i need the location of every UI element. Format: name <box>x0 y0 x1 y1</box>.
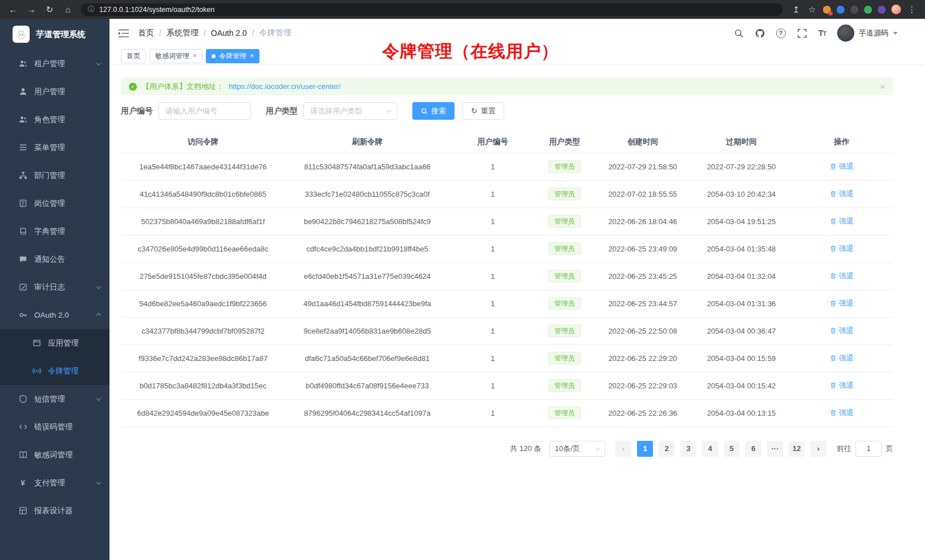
next-page-button[interactable]: › <box>810 441 826 457</box>
fullscreen-icon[interactable] <box>797 29 807 38</box>
site-info-icon[interactable]: ⓘ <box>88 5 95 14</box>
force-logout-button[interactable]: 强退 <box>830 244 854 254</box>
reset-button[interactable]: ↻ 重置 <box>462 102 504 120</box>
app-logo[interactable]: 芋道管理系统 <box>0 19 109 50</box>
extension-icon[interactable] <box>850 6 858 14</box>
breadcrumb-item[interactable]: 首页 <box>138 28 154 38</box>
sidebar-item-pay[interactable]: ¥ 支付管理 <box>0 469 109 497</box>
user-id-cell: 1 <box>449 344 536 372</box>
sidebar-fold-icon[interactable] <box>119 29 129 38</box>
extension-icon[interactable] <box>864 6 872 14</box>
sidebar-item-report-designer[interactable]: 报表设计器 <box>0 497 109 525</box>
user-type-select[interactable]: 请选择用户类型 <box>303 102 397 120</box>
page-button[interactable]: 12 <box>789 441 805 457</box>
action-cell: 强退 <box>790 262 893 290</box>
refresh-token-cell: 9ce8ef2aa9f14056b831ae9b608e28d5 <box>285 317 449 344</box>
sidebar-item-label: 令牌管理 <box>48 366 100 376</box>
close-icon[interactable]: × <box>193 52 197 59</box>
force-logout-button[interactable]: 强退 <box>830 161 854 172</box>
address-bar[interactable]: ⓘ 127.0.0.1:1024/system/oauth2/token <box>81 3 783 16</box>
force-logout-button[interactable]: 强退 <box>830 408 854 418</box>
close-icon[interactable]: × <box>250 52 254 59</box>
home-icon[interactable]: ⌂ <box>63 5 73 14</box>
sidebar-item-notice[interactable]: 通知公告 <box>0 245 109 273</box>
page-button[interactable]: 6 <box>745 441 761 457</box>
users-icon <box>18 59 27 68</box>
sidebar-item-oauth-app[interactable]: 应用管理 <box>0 329 109 357</box>
sidebar-item-menu[interactable]: 菜单管理 <box>0 133 109 161</box>
browser-menu-icon[interactable]: ⋮ <box>907 5 917 15</box>
table-row: c347026e805e4d99b0d116eae66eda8c cdfc4ce… <box>121 235 893 262</box>
breadcrumb-item[interactable]: OAuth 2.0 <box>211 29 247 38</box>
force-logout-button[interactable]: 强退 <box>830 326 854 336</box>
sidebar: 芋道管理系统 租户管理 用户管理 角色管理 菜单管理 部门管理 <box>0 19 109 560</box>
force-logout-label: 强退 <box>839 326 854 336</box>
search-button[interactable]: 搜索 <box>412 102 455 120</box>
action-cell: 强退 <box>790 372 893 399</box>
browser-profile-avatar[interactable] <box>891 5 901 14</box>
close-icon[interactable]: × <box>880 82 885 91</box>
user-menu[interactable]: 芋道源码 <box>837 25 898 42</box>
expire-time-cell: 2054-03-04 00:15:42 <box>692 372 790 399</box>
sidebar-item-dept[interactable]: 部门管理 <box>0 161 109 189</box>
error-code-icon <box>18 423 27 432</box>
sidebar-item-post[interactable]: 岗位管理 <box>0 189 109 217</box>
sidebar-item-oauth[interactable]: OAuth 2.0 <box>0 301 109 329</box>
page-size-select[interactable]: 10条/页 <box>549 441 605 457</box>
page-button[interactable]: 2 <box>659 441 675 457</box>
user-type-cell: 管理员 <box>536 180 593 208</box>
extension-icon[interactable] <box>823 6 831 14</box>
sidebar-item-sensitive-word[interactable]: 敏感词管理 <box>0 441 109 469</box>
table-row: 502375b8040a469a9b82188afdf6af1f be90422… <box>121 208 893 235</box>
sidebar-item-error-code[interactable]: 错误码管理 <box>0 413 109 441</box>
back-icon[interactable]: ← <box>8 5 18 14</box>
help-icon[interactable]: ? <box>776 29 786 38</box>
forward-icon[interactable]: → <box>26 5 36 14</box>
avatar <box>837 25 854 42</box>
sidebar-item-role[interactable]: 角色管理 <box>0 105 109 133</box>
sidebar-item-oauth-token[interactable]: 令牌管理 <box>0 357 109 385</box>
chevron-down-icon <box>96 480 101 484</box>
active-dot <box>212 54 216 58</box>
share-icon[interactable]: ↥ <box>791 5 801 15</box>
force-logout-button[interactable]: 强退 <box>830 380 854 391</box>
tab-home[interactable]: 首页 <box>121 49 146 63</box>
force-logout-button[interactable]: 强退 <box>830 216 854 226</box>
access-token-cell: 275e5de9151045fe87cbdc395e004f4d <box>121 262 285 290</box>
sidebar-item-dict[interactable]: 字典管理 <box>0 217 109 245</box>
sidebar-item-tenant[interactable]: 租户管理 <box>0 50 109 78</box>
sidebar-item-audit-log[interactable]: 审计日志 <box>0 273 109 301</box>
tab-sensitive-word[interactable]: 敏感词管理 × <box>149 49 202 63</box>
prev-page-button[interactable]: ‹ <box>615 441 631 457</box>
font-size-icon[interactable]: TT <box>818 28 826 38</box>
user-id-input[interactable] <box>159 102 251 120</box>
reload-icon[interactable]: ↻ <box>44 5 55 15</box>
page-button[interactable]: ··· <box>767 441 783 457</box>
force-logout-button[interactable]: 强退 <box>830 271 854 281</box>
force-logout-button[interactable]: 强退 <box>830 298 854 309</box>
page-button[interactable]: 3 <box>680 441 696 457</box>
sidebar-item-sms[interactable]: 短信管理 <box>0 385 109 413</box>
extension-icon[interactable] <box>837 6 845 14</box>
extensions-puzzle-icon[interactable] <box>878 6 886 14</box>
force-logout-button[interactable]: 强退 <box>830 353 854 363</box>
sms-shield-icon <box>18 395 27 404</box>
sidebar-item-user[interactable]: 用户管理 <box>0 78 109 105</box>
tab-token[interactable]: 令牌管理 × <box>206 49 259 63</box>
table-row: 1ea5e44f8bc1467aaede43144f31de76 811c530… <box>121 153 893 180</box>
search-icon[interactable] <box>734 29 744 38</box>
force-logout-button[interactable]: 强退 <box>830 189 854 199</box>
page-button[interactable]: 5 <box>724 441 740 457</box>
page-button[interactable]: 4 <box>702 441 718 457</box>
user-type-cell: 管理员 <box>536 317 593 344</box>
page-button[interactable]: 1 <box>637 441 653 457</box>
github-icon[interactable] <box>755 29 765 38</box>
bookmark-star-icon[interactable]: ☆ <box>807 5 817 15</box>
breadcrumb-item[interactable]: 系统管理 <box>167 28 198 38</box>
goto-page-input[interactable] <box>855 441 882 457</box>
user-id-cell: 1 <box>449 235 536 262</box>
doc-link[interactable]: https://doc.iocoder.cn/user-center/ <box>229 82 340 91</box>
access-token-cell: 1ea5e44f8bc1467aaede43144f31de76 <box>121 153 285 180</box>
refresh-token-cell: b0df4980ffd34c67a08f9156e4eee733 <box>285 372 449 399</box>
tab-label: 首页 <box>127 51 140 61</box>
